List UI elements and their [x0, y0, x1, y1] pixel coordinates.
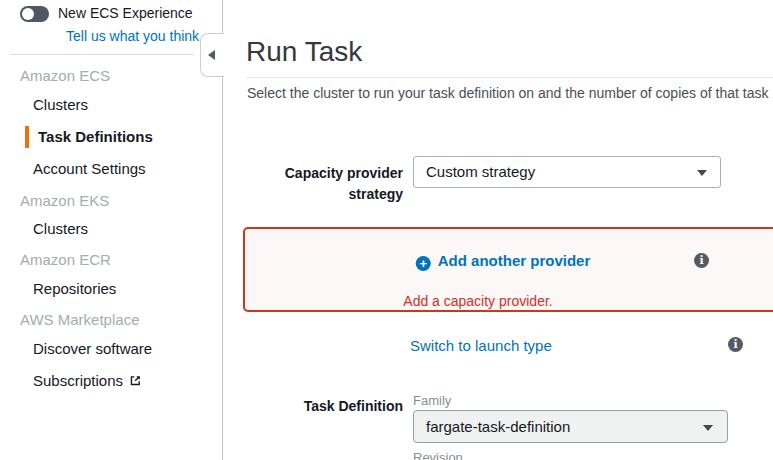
capacity-provider-strategy-label: Capacity provider strategy	[247, 163, 403, 205]
provider-info-icon[interactable]: i	[694, 253, 709, 268]
subscriptions-label: Subscriptions	[33, 372, 123, 389]
task-definition-label: Task Definition	[247, 396, 403, 417]
new-ecs-experience-label: New ECS Experience	[58, 5, 193, 21]
sidebar-item-discover-software[interactable]: Discover software	[33, 340, 152, 357]
capacity-strategy-selected-value: Custom strategy	[426, 157, 535, 187]
section-header-amazon-eks: Amazon EKS	[20, 192, 109, 209]
capacity-provider-error-box: +Add another provider i Add a capacity p…	[243, 227, 773, 312]
sidebar-item-account-settings[interactable]: Account Settings	[33, 160, 146, 177]
collapse-left-arrow-icon	[208, 50, 215, 60]
sidebar-item-repositories[interactable]: Repositories	[33, 280, 116, 297]
page-title: Run Task	[246, 36, 362, 68]
add-another-provider-button[interactable]: +Add another provider	[416, 252, 591, 271]
family-selected-value: fargate-task-definition	[426, 411, 570, 442]
active-item-indicator	[25, 126, 29, 148]
section-header-aws-marketplace: AWS Marketplace	[20, 311, 139, 328]
launch-type-info-icon[interactable]: i	[728, 337, 743, 352]
new-ecs-experience-toggle[interactable]	[20, 6, 49, 22]
capacity-provider-error-message: Add a capacity provider.	[403, 293, 552, 309]
sidebar-item-eks-clusters[interactable]: Clusters	[33, 220, 88, 237]
task-definition-family-select[interactable]: fargate-task-definition	[413, 410, 728, 443]
capacity-provider-strategy-select[interactable]: Custom strategy	[413, 156, 721, 188]
plus-circle-icon: +	[416, 256, 431, 271]
sidebar-item-subscriptions[interactable]: Subscriptions	[33, 372, 142, 389]
sidebar-item-task-definitions[interactable]: Task Definitions	[38, 128, 153, 145]
sidebar-collapse-tab[interactable]	[200, 33, 224, 77]
page-description: Select the cluster to run your task defi…	[247, 85, 768, 101]
main-content: Run Task Select the cluster to run your …	[224, 0, 773, 460]
toggle-knob	[22, 8, 34, 20]
chevron-down-icon	[697, 170, 707, 176]
sidebar-nav: New ECS Experience Tell us what you thin…	[0, 0, 223, 460]
switch-to-launch-type-link[interactable]: Switch to launch type	[410, 337, 552, 354]
external-link-icon	[129, 373, 142, 386]
chevron-down-icon	[703, 425, 713, 431]
family-field-label: Family	[413, 393, 451, 408]
add-another-provider-label: Add another provider	[438, 252, 591, 269]
revision-field-label: Revision	[413, 450, 463, 460]
title-divider	[246, 77, 773, 78]
sidebar-divider	[10, 54, 194, 55]
section-header-amazon-ecr: Amazon ECR	[20, 251, 111, 268]
section-header-amazon-ecs: Amazon ECS	[20, 67, 110, 84]
sidebar-item-ecs-clusters[interactable]: Clusters	[33, 96, 88, 113]
ecs-console-screen: New ECS Experience Tell us what you thin…	[0, 0, 773, 460]
feedback-link[interactable]: Tell us what you think	[66, 28, 199, 44]
